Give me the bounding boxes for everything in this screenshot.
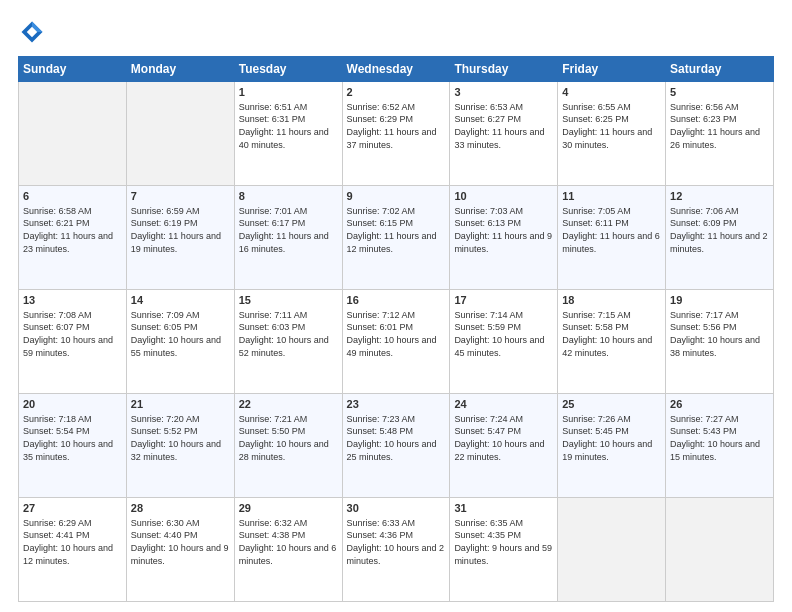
day-number: 23 [347, 397, 446, 412]
day-number: 24 [454, 397, 553, 412]
weekday-header-saturday: Saturday [666, 57, 774, 82]
week-row-4: 20Sunrise: 7:18 AM Sunset: 5:54 PM Dayli… [19, 394, 774, 498]
day-info: Sunrise: 7:05 AM Sunset: 6:11 PM Dayligh… [562, 205, 661, 255]
calendar-cell: 14Sunrise: 7:09 AM Sunset: 6:05 PM Dayli… [126, 290, 234, 394]
calendar-cell: 24Sunrise: 7:24 AM Sunset: 5:47 PM Dayli… [450, 394, 558, 498]
week-row-2: 6Sunrise: 6:58 AM Sunset: 6:21 PM Daylig… [19, 186, 774, 290]
day-number: 11 [562, 189, 661, 204]
calendar-cell: 10Sunrise: 7:03 AM Sunset: 6:13 PM Dayli… [450, 186, 558, 290]
calendar-cell: 17Sunrise: 7:14 AM Sunset: 5:59 PM Dayli… [450, 290, 558, 394]
calendar-cell: 9Sunrise: 7:02 AM Sunset: 6:15 PM Daylig… [342, 186, 450, 290]
calendar-cell: 2Sunrise: 6:52 AM Sunset: 6:29 PM Daylig… [342, 82, 450, 186]
day-number: 27 [23, 501, 122, 516]
weekday-header-sunday: Sunday [19, 57, 127, 82]
day-number: 16 [347, 293, 446, 308]
day-number: 15 [239, 293, 338, 308]
calendar-cell [558, 498, 666, 602]
day-number: 10 [454, 189, 553, 204]
day-info: Sunrise: 6:30 AM Sunset: 4:40 PM Dayligh… [131, 517, 230, 567]
weekday-header-friday: Friday [558, 57, 666, 82]
calendar-cell: 1Sunrise: 6:51 AM Sunset: 6:31 PM Daylig… [234, 82, 342, 186]
day-info: Sunrise: 7:02 AM Sunset: 6:15 PM Dayligh… [347, 205, 446, 255]
calendar-cell: 18Sunrise: 7:15 AM Sunset: 5:58 PM Dayli… [558, 290, 666, 394]
calendar-cell: 12Sunrise: 7:06 AM Sunset: 6:09 PM Dayli… [666, 186, 774, 290]
calendar-cell: 19Sunrise: 7:17 AM Sunset: 5:56 PM Dayli… [666, 290, 774, 394]
weekday-header-monday: Monday [126, 57, 234, 82]
calendar-cell: 26Sunrise: 7:27 AM Sunset: 5:43 PM Dayli… [666, 394, 774, 498]
calendar-cell: 30Sunrise: 6:33 AM Sunset: 4:36 PM Dayli… [342, 498, 450, 602]
header [18, 18, 774, 46]
day-info: Sunrise: 6:32 AM Sunset: 4:38 PM Dayligh… [239, 517, 338, 567]
day-number: 4 [562, 85, 661, 100]
weekday-header-wednesday: Wednesday [342, 57, 450, 82]
weekday-header-thursday: Thursday [450, 57, 558, 82]
calendar-cell: 16Sunrise: 7:12 AM Sunset: 6:01 PM Dayli… [342, 290, 450, 394]
day-number: 8 [239, 189, 338, 204]
day-info: Sunrise: 6:56 AM Sunset: 6:23 PM Dayligh… [670, 101, 769, 151]
logo-icon [18, 18, 46, 46]
calendar-cell: 11Sunrise: 7:05 AM Sunset: 6:11 PM Dayli… [558, 186, 666, 290]
day-number: 2 [347, 85, 446, 100]
calendar-cell: 5Sunrise: 6:56 AM Sunset: 6:23 PM Daylig… [666, 82, 774, 186]
calendar-cell: 25Sunrise: 7:26 AM Sunset: 5:45 PM Dayli… [558, 394, 666, 498]
day-number: 5 [670, 85, 769, 100]
day-info: Sunrise: 6:59 AM Sunset: 6:19 PM Dayligh… [131, 205, 230, 255]
day-number: 30 [347, 501, 446, 516]
day-number: 18 [562, 293, 661, 308]
day-info: Sunrise: 7:18 AM Sunset: 5:54 PM Dayligh… [23, 413, 122, 463]
day-number: 3 [454, 85, 553, 100]
calendar-cell [126, 82, 234, 186]
calendar-cell [19, 82, 127, 186]
day-number: 14 [131, 293, 230, 308]
week-row-1: 1Sunrise: 6:51 AM Sunset: 6:31 PM Daylig… [19, 82, 774, 186]
day-info: Sunrise: 7:11 AM Sunset: 6:03 PM Dayligh… [239, 309, 338, 359]
day-info: Sunrise: 7:15 AM Sunset: 5:58 PM Dayligh… [562, 309, 661, 359]
day-info: Sunrise: 6:52 AM Sunset: 6:29 PM Dayligh… [347, 101, 446, 151]
day-number: 1 [239, 85, 338, 100]
day-info: Sunrise: 7:09 AM Sunset: 6:05 PM Dayligh… [131, 309, 230, 359]
calendar-cell: 27Sunrise: 6:29 AM Sunset: 4:41 PM Dayli… [19, 498, 127, 602]
day-info: Sunrise: 7:03 AM Sunset: 6:13 PM Dayligh… [454, 205, 553, 255]
day-info: Sunrise: 7:06 AM Sunset: 6:09 PM Dayligh… [670, 205, 769, 255]
day-info: Sunrise: 6:33 AM Sunset: 4:36 PM Dayligh… [347, 517, 446, 567]
weekday-header-tuesday: Tuesday [234, 57, 342, 82]
day-number: 21 [131, 397, 230, 412]
day-info: Sunrise: 7:27 AM Sunset: 5:43 PM Dayligh… [670, 413, 769, 463]
day-info: Sunrise: 7:20 AM Sunset: 5:52 PM Dayligh… [131, 413, 230, 463]
day-info: Sunrise: 7:17 AM Sunset: 5:56 PM Dayligh… [670, 309, 769, 359]
day-number: 9 [347, 189, 446, 204]
page: SundayMondayTuesdayWednesdayThursdayFrid… [0, 0, 792, 612]
day-info: Sunrise: 6:51 AM Sunset: 6:31 PM Dayligh… [239, 101, 338, 151]
day-number: 29 [239, 501, 338, 516]
day-number: 7 [131, 189, 230, 204]
day-info: Sunrise: 7:23 AM Sunset: 5:48 PM Dayligh… [347, 413, 446, 463]
weekday-header-row: SundayMondayTuesdayWednesdayThursdayFrid… [19, 57, 774, 82]
day-info: Sunrise: 6:53 AM Sunset: 6:27 PM Dayligh… [454, 101, 553, 151]
day-info: Sunrise: 7:26 AM Sunset: 5:45 PM Dayligh… [562, 413, 661, 463]
calendar-cell: 15Sunrise: 7:11 AM Sunset: 6:03 PM Dayli… [234, 290, 342, 394]
day-number: 22 [239, 397, 338, 412]
day-number: 26 [670, 397, 769, 412]
calendar-cell: 13Sunrise: 7:08 AM Sunset: 6:07 PM Dayli… [19, 290, 127, 394]
calendar-cell [666, 498, 774, 602]
day-number: 28 [131, 501, 230, 516]
calendar-cell: 31Sunrise: 6:35 AM Sunset: 4:35 PM Dayli… [450, 498, 558, 602]
calendar-cell: 4Sunrise: 6:55 AM Sunset: 6:25 PM Daylig… [558, 82, 666, 186]
day-info: Sunrise: 6:29 AM Sunset: 4:41 PM Dayligh… [23, 517, 122, 567]
calendar-cell: 29Sunrise: 6:32 AM Sunset: 4:38 PM Dayli… [234, 498, 342, 602]
week-row-3: 13Sunrise: 7:08 AM Sunset: 6:07 PM Dayli… [19, 290, 774, 394]
day-number: 19 [670, 293, 769, 308]
week-row-5: 27Sunrise: 6:29 AM Sunset: 4:41 PM Dayli… [19, 498, 774, 602]
day-number: 20 [23, 397, 122, 412]
calendar-cell: 22Sunrise: 7:21 AM Sunset: 5:50 PM Dayli… [234, 394, 342, 498]
day-info: Sunrise: 7:08 AM Sunset: 6:07 PM Dayligh… [23, 309, 122, 359]
day-number: 6 [23, 189, 122, 204]
calendar-cell: 20Sunrise: 7:18 AM Sunset: 5:54 PM Dayli… [19, 394, 127, 498]
day-info: Sunrise: 7:24 AM Sunset: 5:47 PM Dayligh… [454, 413, 553, 463]
day-info: Sunrise: 6:35 AM Sunset: 4:35 PM Dayligh… [454, 517, 553, 567]
calendar-cell: 7Sunrise: 6:59 AM Sunset: 6:19 PM Daylig… [126, 186, 234, 290]
day-number: 31 [454, 501, 553, 516]
day-info: Sunrise: 7:14 AM Sunset: 5:59 PM Dayligh… [454, 309, 553, 359]
day-info: Sunrise: 7:12 AM Sunset: 6:01 PM Dayligh… [347, 309, 446, 359]
logo [18, 18, 50, 46]
